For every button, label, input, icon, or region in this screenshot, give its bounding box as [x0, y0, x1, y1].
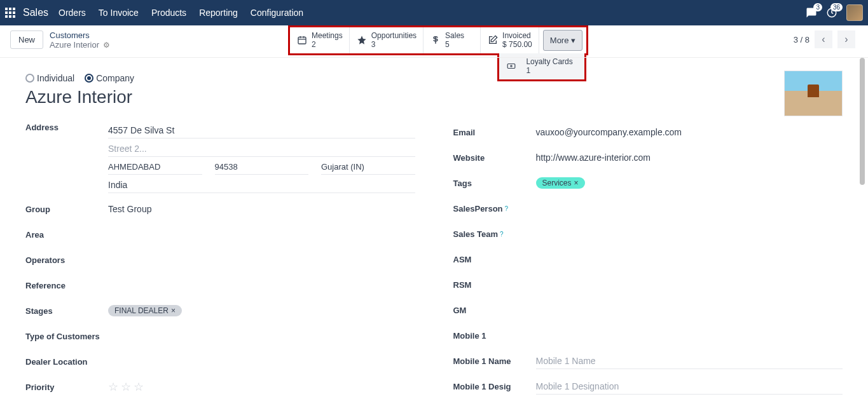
label-salesperson: SalesPerson?: [453, 204, 536, 213]
label-reference: Reference: [25, 281, 108, 290]
radio-company[interactable]: Company: [85, 73, 134, 83]
label-salesteam: Sales Team?: [453, 229, 536, 239]
field-stages[interactable]: FINAL DEALER×: [108, 305, 415, 316]
star-icon[interactable]: ☆: [121, 380, 131, 394]
breadcrumb-current: Azure Interior ⚙: [50, 40, 110, 50]
label-gm: GM: [453, 306, 536, 315]
pager-prev[interactable]: ‹: [815, 30, 832, 48]
dollar-icon: [430, 34, 441, 46]
help-icon[interactable]: ?: [505, 205, 509, 212]
address-block[interactable]: 4557 De Silva St AHMEDABAD 94538 Gujarat…: [108, 123, 415, 193]
street1[interactable]: 4557 De Silva St: [108, 123, 415, 139]
city[interactable]: AHMEDABAD: [108, 159, 202, 175]
scrollbar[interactable]: [858, 58, 867, 399]
form-sheet: Individual Company Azure Interior Addres…: [0, 57, 868, 399]
svg-rect-1: [298, 37, 306, 44]
control-panel: New Customers Azure Interior ⚙ Meetings2…: [0, 25, 868, 50]
calendar-icon: [296, 34, 308, 46]
field-group[interactable]: Test Group: [108, 204, 415, 214]
menu-orders[interactable]: Orders: [59, 8, 86, 18]
activities-badge: 36: [830, 3, 843, 11]
field-priority[interactable]: ☆☆☆: [108, 380, 415, 394]
more-button[interactable]: More▾: [543, 30, 583, 51]
label-mobile1desig: Mobile 1 Desig: [453, 382, 536, 391]
messages-icon[interactable]: 3: [806, 7, 817, 18]
field-tags[interactable]: Services×: [536, 177, 843, 189]
company-type-radio: Individual Company: [25, 73, 843, 83]
right-column: Emailvauxoo@yourcompany.example.com Webs…: [453, 123, 843, 399]
brand[interactable]: Sales: [23, 7, 48, 18]
label-mobile1: Mobile 1: [453, 331, 536, 341]
state[interactable]: Gujarat (IN): [321, 159, 415, 175]
label-priority: Priority: [25, 382, 108, 392]
help-icon[interactable]: ?: [500, 231, 504, 238]
pager-next[interactable]: ›: [837, 30, 855, 48]
field-website[interactable]: http://www.azure-interior.com: [536, 152, 843, 163]
star-icon: [356, 34, 368, 46]
label-email: Email: [453, 128, 536, 137]
avatar[interactable]: [846, 4, 863, 21]
field-mobile1desig[interactable]: [536, 379, 843, 395]
label-type-customers: Type of Customers: [25, 332, 108, 341]
menu-products[interactable]: Products: [151, 8, 186, 18]
radio-individual[interactable]: Individual: [25, 73, 74, 83]
top-nav: Sales Orders To Invoice Products Reporti…: [0, 0, 868, 25]
stat-row: Meetings2 Opportunities3 Sales5 Invoiced…: [288, 25, 588, 55]
form-columns: Address 4557 De Silva St AHMEDABAD 94538…: [25, 123, 843, 399]
label-rsm: RSM: [453, 280, 536, 290]
label-operators: Operators: [25, 255, 108, 265]
activities-icon[interactable]: 36: [826, 7, 837, 18]
pager: 3 / 8 ‹ ›: [794, 30, 855, 48]
field-mobile1name[interactable]: [536, 353, 843, 369]
label-website: Website: [453, 153, 536, 163]
street2[interactable]: [108, 141, 415, 157]
menu-to-invoice[interactable]: To Invoice: [99, 8, 139, 18]
label-stages: Stages: [25, 306, 108, 316]
star-icon[interactable]: ☆: [108, 380, 118, 394]
field-email[interactable]: vauxoo@yourcompany.example.com: [536, 127, 843, 137]
country[interactable]: India: [108, 177, 415, 193]
record-title[interactable]: Azure Interior: [25, 87, 843, 107]
messages-badge: 3: [813, 3, 822, 11]
label-tags: Tags: [453, 179, 536, 188]
zip[interactable]: 94538: [215, 159, 309, 175]
label-dealer-location: Dealer Location: [25, 357, 108, 367]
main-menu: Orders To Invoice Products Reporting Con…: [59, 8, 806, 18]
stat-buttons-area: Meetings2 Opportunities3 Sales5 Invoiced…: [288, 25, 588, 55]
stat-opportunities[interactable]: Opportunities3: [350, 27, 424, 53]
pager-counter[interactable]: 3 / 8: [794, 35, 809, 44]
left-column: Address 4557 De Silva St AHMEDABAD 94538…: [25, 123, 415, 399]
record-image[interactable]: [784, 71, 843, 116]
star-icon[interactable]: ☆: [134, 380, 144, 394]
gear-icon[interactable]: ⚙: [103, 41, 110, 50]
top-right: 3 36: [806, 4, 863, 21]
breadcrumb-parent[interactable]: Customers: [50, 30, 110, 40]
menu-reporting[interactable]: Reporting: [199, 8, 238, 18]
menu-configuration[interactable]: Configuration: [251, 8, 303, 18]
caret-down-icon: ▾: [571, 36, 575, 45]
label-asm: ASM: [453, 255, 536, 264]
label-area: Area: [25, 230, 108, 240]
new-button[interactable]: New: [10, 30, 43, 49]
breadcrumb: Customers Azure Interior ⚙: [50, 30, 110, 50]
stat-sales[interactable]: Sales5: [424, 27, 481, 53]
label-group: Group: [25, 205, 108, 214]
label-mobile1name: Mobile 1 Name: [453, 356, 536, 366]
tag-remove-icon[interactable]: ×: [171, 306, 176, 315]
stat-meetings[interactable]: Meetings2: [290, 27, 350, 53]
label-address: Address: [25, 123, 108, 132]
tag-remove-icon[interactable]: ×: [574, 179, 579, 187]
edit-icon: [487, 34, 499, 46]
stat-invoiced[interactable]: Invoiced$ 750.00: [481, 27, 539, 53]
apps-icon[interactable]: [5, 8, 15, 18]
